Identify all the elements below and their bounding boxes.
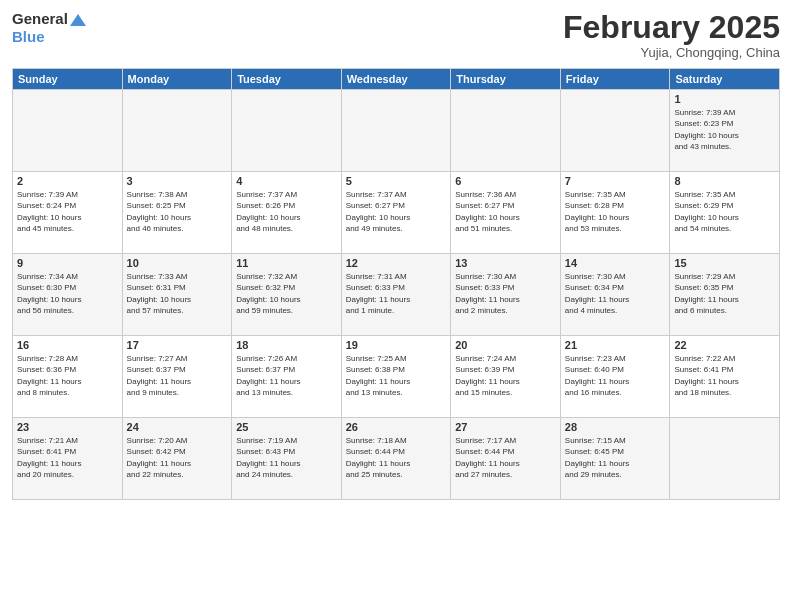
day-info-1-6: Sunrise: 7:35 AM Sunset: 6:29 PM Dayligh… [674,189,775,234]
cell-2-4: 13Sunrise: 7:30 AM Sunset: 6:33 PM Dayli… [451,254,561,336]
day-info-3-5: Sunrise: 7:23 AM Sunset: 6:40 PM Dayligh… [565,353,666,398]
page: General Blue February 2025 Yujia, Chongq… [0,0,792,612]
day-num-4-5: 28 [565,421,666,433]
day-num-2-4: 13 [455,257,556,269]
header-saturday: Saturday [670,69,780,90]
day-num-4-3: 26 [346,421,447,433]
cell-3-5: 21Sunrise: 7:23 AM Sunset: 6:40 PM Dayli… [560,336,670,418]
day-num-2-5: 14 [565,257,666,269]
cell-2-1: 10Sunrise: 7:33 AM Sunset: 6:31 PM Dayli… [122,254,232,336]
day-num-2-2: 11 [236,257,337,269]
day-num-1-3: 5 [346,175,447,187]
cell-2-2: 11Sunrise: 7:32 AM Sunset: 6:32 PM Dayli… [232,254,342,336]
day-info-1-2: Sunrise: 7:37 AM Sunset: 6:26 PM Dayligh… [236,189,337,234]
cell-0-6: 1Sunrise: 7:39 AM Sunset: 6:23 PM Daylig… [670,90,780,172]
day-info-3-6: Sunrise: 7:22 AM Sunset: 6:41 PM Dayligh… [674,353,775,398]
cell-2-3: 12Sunrise: 7:31 AM Sunset: 6:33 PM Dayli… [341,254,451,336]
calendar: Sunday Monday Tuesday Wednesday Thursday… [12,68,780,500]
week-row-3: 16Sunrise: 7:28 AM Sunset: 6:36 PM Dayli… [13,336,780,418]
day-info-1-0: Sunrise: 7:39 AM Sunset: 6:24 PM Dayligh… [17,189,118,234]
cell-0-0 [13,90,123,172]
day-info-3-4: Sunrise: 7:24 AM Sunset: 6:39 PM Dayligh… [455,353,556,398]
cell-4-5: 28Sunrise: 7:15 AM Sunset: 6:45 PM Dayli… [560,418,670,500]
header-thursday: Thursday [451,69,561,90]
day-info-4-5: Sunrise: 7:15 AM Sunset: 6:45 PM Dayligh… [565,435,666,480]
logo: General Blue [12,10,86,46]
day-num-0-6: 1 [674,93,775,105]
day-num-4-4: 27 [455,421,556,433]
day-num-3-4: 20 [455,339,556,351]
cell-0-4 [451,90,561,172]
cell-1-2: 4Sunrise: 7:37 AM Sunset: 6:26 PM Daylig… [232,172,342,254]
day-num-3-0: 16 [17,339,118,351]
cell-4-3: 26Sunrise: 7:18 AM Sunset: 6:44 PM Dayli… [341,418,451,500]
header-wednesday: Wednesday [341,69,451,90]
logo-text: General Blue [12,10,86,46]
day-info-1-4: Sunrise: 7:36 AM Sunset: 6:27 PM Dayligh… [455,189,556,234]
day-num-4-0: 23 [17,421,118,433]
month-title: February 2025 [563,10,780,45]
day-num-3-3: 19 [346,339,447,351]
day-num-3-5: 21 [565,339,666,351]
day-num-2-3: 12 [346,257,447,269]
cell-4-4: 27Sunrise: 7:17 AM Sunset: 6:44 PM Dayli… [451,418,561,500]
cell-2-6: 15Sunrise: 7:29 AM Sunset: 6:35 PM Dayli… [670,254,780,336]
cell-0-2 [232,90,342,172]
cell-4-2: 25Sunrise: 7:19 AM Sunset: 6:43 PM Dayli… [232,418,342,500]
day-num-3-2: 18 [236,339,337,351]
cell-0-3 [341,90,451,172]
cell-2-0: 9Sunrise: 7:34 AM Sunset: 6:30 PM Daylig… [13,254,123,336]
cell-2-5: 14Sunrise: 7:30 AM Sunset: 6:34 PM Dayli… [560,254,670,336]
day-info-1-1: Sunrise: 7:38 AM Sunset: 6:25 PM Dayligh… [127,189,228,234]
header: General Blue February 2025 Yujia, Chongq… [12,10,780,60]
day-num-1-5: 7 [565,175,666,187]
header-sunday: Sunday [13,69,123,90]
day-info-4-0: Sunrise: 7:21 AM Sunset: 6:41 PM Dayligh… [17,435,118,480]
day-info-2-4: Sunrise: 7:30 AM Sunset: 6:33 PM Dayligh… [455,271,556,316]
day-info-2-2: Sunrise: 7:32 AM Sunset: 6:32 PM Dayligh… [236,271,337,316]
title-block: February 2025 Yujia, Chongqing, China [563,10,780,60]
cell-1-0: 2Sunrise: 7:39 AM Sunset: 6:24 PM Daylig… [13,172,123,254]
header-tuesday: Tuesday [232,69,342,90]
cell-3-1: 17Sunrise: 7:27 AM Sunset: 6:37 PM Dayli… [122,336,232,418]
day-num-4-1: 24 [127,421,228,433]
cell-3-0: 16Sunrise: 7:28 AM Sunset: 6:36 PM Dayli… [13,336,123,418]
cell-4-0: 23Sunrise: 7:21 AM Sunset: 6:41 PM Dayli… [13,418,123,500]
day-info-2-5: Sunrise: 7:30 AM Sunset: 6:34 PM Dayligh… [565,271,666,316]
cell-1-1: 3Sunrise: 7:38 AM Sunset: 6:25 PM Daylig… [122,172,232,254]
day-info-2-3: Sunrise: 7:31 AM Sunset: 6:33 PM Dayligh… [346,271,447,316]
day-info-3-0: Sunrise: 7:28 AM Sunset: 6:36 PM Dayligh… [17,353,118,398]
cell-1-4: 6Sunrise: 7:36 AM Sunset: 6:27 PM Daylig… [451,172,561,254]
cell-3-3: 19Sunrise: 7:25 AM Sunset: 6:38 PM Dayli… [341,336,451,418]
day-num-1-4: 6 [455,175,556,187]
day-info-4-3: Sunrise: 7:18 AM Sunset: 6:44 PM Dayligh… [346,435,447,480]
location: Yujia, Chongqing, China [563,45,780,60]
day-info-2-0: Sunrise: 7:34 AM Sunset: 6:30 PM Dayligh… [17,271,118,316]
day-num-4-2: 25 [236,421,337,433]
cell-3-6: 22Sunrise: 7:22 AM Sunset: 6:41 PM Dayli… [670,336,780,418]
day-num-2-0: 9 [17,257,118,269]
cell-3-2: 18Sunrise: 7:26 AM Sunset: 6:37 PM Dayli… [232,336,342,418]
day-info-3-2: Sunrise: 7:26 AM Sunset: 6:37 PM Dayligh… [236,353,337,398]
cell-0-5 [560,90,670,172]
day-info-4-1: Sunrise: 7:20 AM Sunset: 6:42 PM Dayligh… [127,435,228,480]
cell-1-5: 7Sunrise: 7:35 AM Sunset: 6:28 PM Daylig… [560,172,670,254]
week-row-0: 1Sunrise: 7:39 AM Sunset: 6:23 PM Daylig… [13,90,780,172]
cell-1-3: 5Sunrise: 7:37 AM Sunset: 6:27 PM Daylig… [341,172,451,254]
day-num-1-0: 2 [17,175,118,187]
header-monday: Monday [122,69,232,90]
week-row-2: 9Sunrise: 7:34 AM Sunset: 6:30 PM Daylig… [13,254,780,336]
header-friday: Friday [560,69,670,90]
week-row-1: 2Sunrise: 7:39 AM Sunset: 6:24 PM Daylig… [13,172,780,254]
day-info-4-4: Sunrise: 7:17 AM Sunset: 6:44 PM Dayligh… [455,435,556,480]
day-info-0-6: Sunrise: 7:39 AM Sunset: 6:23 PM Dayligh… [674,107,775,152]
cell-3-4: 20Sunrise: 7:24 AM Sunset: 6:39 PM Dayli… [451,336,561,418]
day-num-3-6: 22 [674,339,775,351]
cell-0-1 [122,90,232,172]
day-info-3-1: Sunrise: 7:27 AM Sunset: 6:37 PM Dayligh… [127,353,228,398]
day-info-2-6: Sunrise: 7:29 AM Sunset: 6:35 PM Dayligh… [674,271,775,316]
logo-icon [70,14,86,26]
weekday-header-row: Sunday Monday Tuesday Wednesday Thursday… [13,69,780,90]
day-num-1-2: 4 [236,175,337,187]
day-info-3-3: Sunrise: 7:25 AM Sunset: 6:38 PM Dayligh… [346,353,447,398]
